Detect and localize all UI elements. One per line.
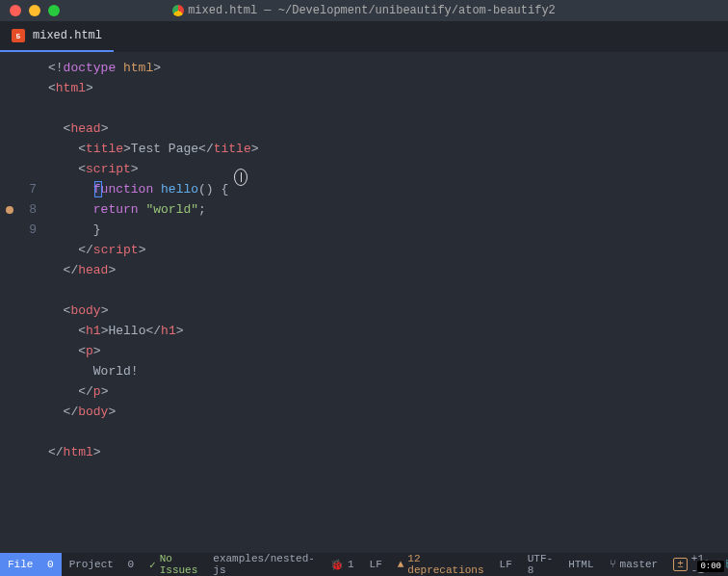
status-language[interactable]: HTML xyxy=(560,553,601,576)
status-no-issues[interactable]: ✓No Issues xyxy=(142,553,205,576)
line-number-8[interactable]: 8 xyxy=(0,199,48,220)
recording-timer: 0:00 xyxy=(697,561,724,572)
chrome-icon xyxy=(172,5,184,16)
tab-bar: 5 mixed.html xyxy=(0,21,728,52)
line-number-7[interactable]: 7 xyxy=(0,179,48,199)
code-content[interactable]: <!doctype html> <html> <head> <title>Tes… xyxy=(48,52,728,553)
warning-icon: ▲ xyxy=(398,559,404,570)
window-title: mixed.html — ~/Development/unibeautify/a… xyxy=(0,4,728,17)
line-number-9[interactable]: 9 xyxy=(0,220,48,240)
check-icon: ✓ xyxy=(149,559,156,571)
status-encoding[interactable]: UTF-8 xyxy=(520,553,560,576)
window-title-text: mixed.html — ~/Development/unibeautify/a… xyxy=(188,4,556,17)
git-modified-dot-icon xyxy=(6,206,13,214)
text-cursor xyxy=(94,181,102,197)
diff-icon: ± xyxy=(673,558,688,571)
window-close-button[interactable] xyxy=(10,5,21,16)
window-minimize-button[interactable] xyxy=(29,5,40,16)
tab-label: mixed.html xyxy=(33,29,102,42)
mouse-text-cursor-icon xyxy=(234,169,247,186)
line-gutter: 7 8 9 xyxy=(0,52,48,553)
html-file-icon: 5 xyxy=(12,29,25,42)
bug-icon: 🐞 xyxy=(330,559,344,571)
status-line-ending-1[interactable]: LF xyxy=(362,553,390,576)
editor[interactable]: 7 8 9 <!doctype html> <html> <head> <tit… xyxy=(0,52,728,553)
status-deprecations[interactable]: ▲12 deprecations xyxy=(390,553,492,576)
status-file-diagnostics[interactable]: File 0 xyxy=(0,553,62,576)
tab-mixed-html[interactable]: 5 mixed.html xyxy=(0,21,114,52)
window-maximize-button[interactable] xyxy=(48,5,60,16)
status-line-ending-2[interactable]: LF xyxy=(492,553,520,576)
status-file-path[interactable]: examples/nested-js xyxy=(205,553,323,576)
status-bugs[interactable]: 🐞1 xyxy=(323,553,362,576)
status-git-branch[interactable]: ⑂master xyxy=(602,553,666,576)
git-branch-icon: ⑂ xyxy=(610,559,616,570)
status-bar: File 0 Project 0 ✓No Issues examples/nes… xyxy=(0,553,728,576)
status-project-diagnostics[interactable]: Project 0 xyxy=(62,553,142,576)
window-titlebar: mixed.html — ~/Development/unibeautify/a… xyxy=(0,0,728,21)
